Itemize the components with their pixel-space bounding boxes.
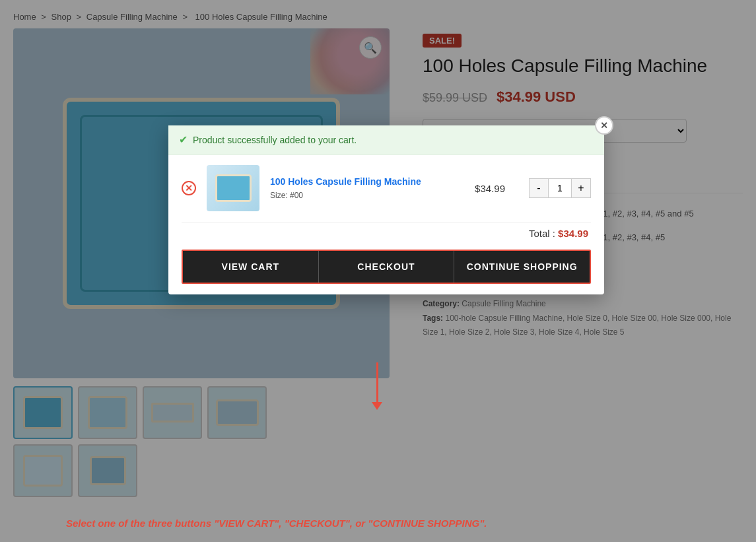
item-size: Size: #00 xyxy=(270,191,303,200)
item-price: $34.99 xyxy=(475,183,505,194)
qty-increase-button[interactable]: + xyxy=(572,179,590,197)
action-buttons-row: VIEW CART CHECKOUT CONTINUE SHOPPING xyxy=(182,250,591,284)
item-thumb-machine xyxy=(215,174,252,202)
modal-divider xyxy=(182,222,591,222)
remove-item-button[interactable]: ✕ xyxy=(182,181,196,195)
quantity-control: - + xyxy=(529,178,591,198)
qty-decrease-button[interactable]: - xyxy=(530,179,548,197)
view-cart-button[interactable]: VIEW CART xyxy=(183,251,319,283)
success-message: Product successfully added to your cart. xyxy=(193,135,357,145)
total-row: Total : $34.99 xyxy=(182,228,591,239)
cart-item-row: ✕ 100 Holes Capsule Filling Machine Size… xyxy=(182,165,591,211)
quantity-input[interactable] xyxy=(548,179,572,197)
success-banner: ✔ Product successfully added to your car… xyxy=(168,125,604,154)
modal-close-button[interactable]: ✕ xyxy=(595,116,613,135)
continue-shopping-button[interactable]: CONTINUE SHOPPING xyxy=(454,251,590,283)
item-name-link[interactable]: 100 Holes Capsule Filling Machine xyxy=(270,176,464,187)
modal-body: ✕ 100 Holes Capsule Filling Machine Size… xyxy=(168,154,604,294)
total-price: $34.99 xyxy=(558,228,588,239)
arrow-head xyxy=(372,402,382,410)
total-label: Total : xyxy=(529,228,555,239)
annotation-text: Select one of the three buttons "VIEW CA… xyxy=(66,518,487,529)
cart-modal: ✕ ✔ Product successfully added to your c… xyxy=(168,125,604,294)
arrow-shaft xyxy=(376,362,378,402)
item-details: 100 Holes Capsule Filling Machine Size: … xyxy=(270,176,464,200)
checkout-button[interactable]: CHECKOUT xyxy=(319,251,455,283)
check-icon: ✔ xyxy=(179,133,188,146)
item-thumbnail xyxy=(207,165,259,211)
arrow-indicator xyxy=(372,362,382,410)
